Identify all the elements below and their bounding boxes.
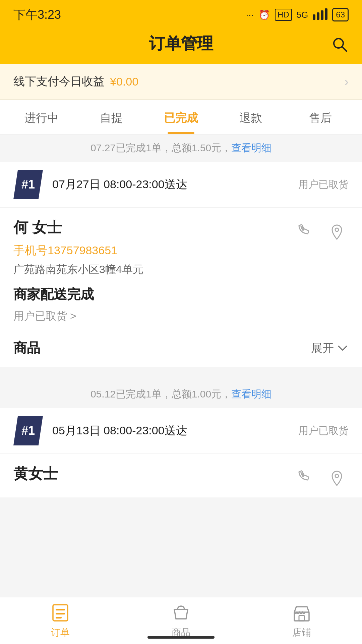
nav-orders[interactable]: 订单 bbox=[0, 597, 121, 644]
nav-store-label: 店铺 bbox=[292, 626, 311, 639]
location-button[interactable] bbox=[325, 221, 349, 245]
income-label: 线下支付今日收益 bbox=[13, 74, 105, 89]
tab-pickup[interactable]: 自提 bbox=[76, 100, 146, 134]
network-5g-icon: 5G bbox=[297, 10, 308, 20]
order1-expand-button[interactable]: 展开 bbox=[311, 340, 349, 356]
order2-header: #1 05月13日 08:00-23:00送达 用户已取货 bbox=[0, 408, 362, 454]
order1-header: #1 07月27日 08:00-23:00送达 用户已取货 bbox=[0, 162, 362, 208]
order1-delivery-title: 商家配送完成 bbox=[13, 285, 349, 304]
order2-detail-link[interactable]: 查看明细 bbox=[231, 388, 272, 399]
order1-status: 用户已取货 bbox=[298, 178, 349, 192]
order2-customer-name: 黄女士 bbox=[13, 464, 295, 484]
svg-point-6 bbox=[335, 228, 339, 231]
order1-customer-info: 何 女士 手机号13757983651 广苑路南苑东小区3幢4单元 bbox=[13, 218, 295, 285]
svg-rect-2 bbox=[321, 10, 323, 20]
order2-status: 用户已取货 bbox=[298, 424, 349, 438]
svg-rect-3 bbox=[325, 8, 327, 20]
order2-partial-detail: 黄女士 bbox=[0, 454, 362, 497]
tab-inprogress[interactable]: 进行中 bbox=[7, 100, 76, 134]
order2-customer-info: 黄女士 bbox=[13, 464, 295, 489]
order1-goods-row: 商品 展开 bbox=[13, 332, 349, 357]
order2-num-badge: #1 bbox=[13, 416, 43, 445]
order1-date: 07月27日 08:00-23:00送达 bbox=[52, 177, 298, 192]
income-bar[interactable]: 线下支付今日收益 ¥0.00 › bbox=[0, 64, 362, 100]
svg-point-7 bbox=[335, 474, 339, 478]
order1-customer-address: 广苑路南苑东小区3幢4单元 bbox=[13, 262, 295, 277]
order2-location-button[interactable] bbox=[325, 467, 349, 491]
order1-customer-phone[interactable]: 手机号13757983651 bbox=[13, 243, 295, 258]
order1-detail-link[interactable]: 查看明细 bbox=[231, 142, 272, 153]
order-card-2: #1 05月13日 08:00-23:00送达 用户已取货 黄女士 bbox=[0, 408, 362, 497]
svg-rect-0 bbox=[313, 14, 315, 20]
income-arrow-icon: › bbox=[344, 74, 349, 89]
hd-icon: HD bbox=[275, 9, 292, 21]
order2-date: 05月13日 08:00-23:00送达 bbox=[52, 423, 298, 438]
call-button[interactable] bbox=[295, 221, 318, 245]
income-amount: ¥0.00 bbox=[110, 75, 138, 88]
svg-rect-11 bbox=[56, 617, 62, 619]
order1-num-badge: #1 bbox=[13, 170, 43, 199]
tab-refund[interactable]: 退款 bbox=[216, 100, 286, 134]
svg-rect-1 bbox=[317, 12, 319, 20]
nav-store[interactable]: 店铺 bbox=[241, 597, 362, 644]
divider-1 bbox=[0, 374, 362, 381]
status-time: 下午3:23 bbox=[13, 7, 61, 23]
svg-rect-9 bbox=[56, 609, 65, 610]
svg-line-5 bbox=[342, 47, 347, 51]
tab-completed[interactable]: 已完成 bbox=[146, 100, 216, 134]
order2-summary: 05.12已完成1单，总额1.00元，查看明细 bbox=[0, 381, 362, 408]
order1-customer-name: 何 女士 bbox=[13, 218, 295, 237]
svg-rect-10 bbox=[56, 613, 65, 614]
order1-delivery-sub[interactable]: 用户已取货 > bbox=[13, 309, 349, 324]
page-title: 订单管理 bbox=[149, 33, 213, 54]
order-card-1: #1 07月27日 08:00-23:00送达 用户已取货 何 女士 手机号13… bbox=[0, 162, 362, 367]
status-icons: ··· ⏰ HD 5G 63 bbox=[246, 8, 349, 22]
tab-aftersale[interactable]: 售后 bbox=[286, 100, 355, 134]
order2-call-button[interactable] bbox=[295, 467, 318, 491]
order1-goods-label: 商品 bbox=[13, 339, 40, 357]
order1-detail: 何 女士 手机号13757983651 广苑路南苑东小区3幢4单元 bbox=[0, 208, 362, 367]
signal-bars-icon bbox=[313, 8, 327, 22]
alarm-icon: ⏰ bbox=[258, 9, 270, 20]
tab-bar: 进行中 自提 已完成 退款 售后 bbox=[0, 100, 362, 135]
svg-rect-13 bbox=[299, 615, 304, 621]
order1-summary: 07.27已完成1单，总额1.50元，查看明细 bbox=[0, 135, 362, 162]
nav-orders-label: 订单 bbox=[51, 626, 70, 639]
battery-icon: 63 bbox=[332, 8, 349, 21]
status-bar: 下午3:23 ··· ⏰ HD 5G 63 bbox=[0, 0, 362, 27]
home-indicator bbox=[147, 636, 215, 639]
app-header: 订单管理 bbox=[0, 27, 362, 64]
search-button[interactable] bbox=[331, 36, 349, 55]
signal-dots-icon: ··· bbox=[246, 9, 254, 20]
